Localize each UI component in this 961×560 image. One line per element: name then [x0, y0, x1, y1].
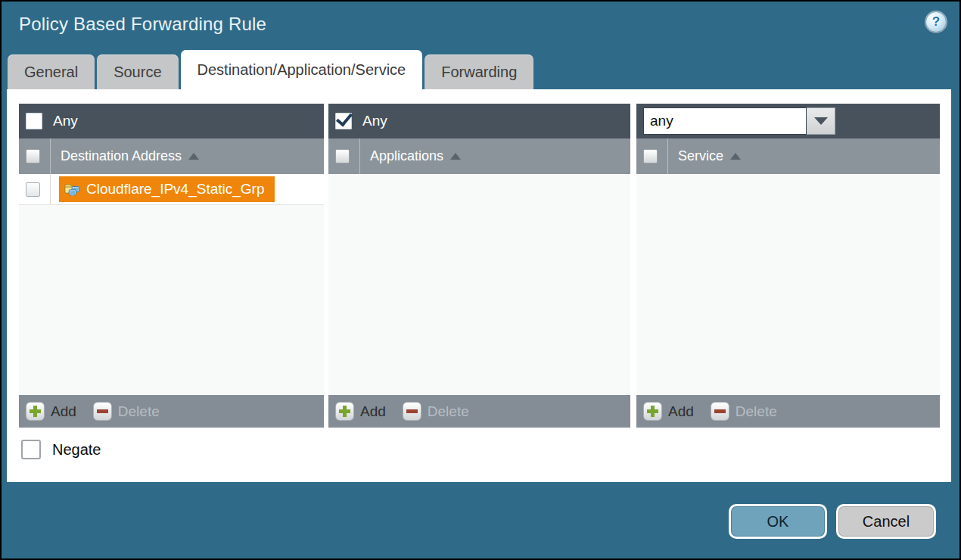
- applications-column-header: Applications: [328, 138, 630, 174]
- applications-list: [328, 174, 630, 395]
- ok-button[interactable]: OK: [729, 504, 827, 539]
- tab-bar: General Source Destination/Application/S…: [8, 50, 533, 89]
- applications-header-label[interactable]: Applications: [370, 148, 443, 164]
- applications-any-label: Any: [362, 113, 387, 129]
- applications-any-bar: Any: [328, 104, 630, 138]
- negate-label: Negate: [52, 441, 101, 459]
- delete-button[interactable]: Delete: [711, 402, 777, 421]
- applications-panel: Any Applications Add Delete: [328, 104, 630, 428]
- sort-ascending-icon[interactable]: [730, 153, 741, 160]
- applications-select-all-checkbox[interactable]: [335, 149, 350, 163]
- service-toolbar: Add Delete: [636, 395, 940, 428]
- destination-address-panel: Any Destination Address: [19, 104, 324, 428]
- minus-icon: [403, 402, 421, 421]
- tab-general[interactable]: General: [8, 54, 95, 89]
- destination-any-label: Any: [53, 113, 78, 129]
- tab-forwarding[interactable]: Forwarding: [425, 54, 533, 89]
- service-dropdown-bar: any: [636, 104, 940, 138]
- address-item-label: Cloudflare_IPv4_Static_Grp: [86, 181, 265, 198]
- plus-icon: [335, 402, 354, 421]
- destination-any-bar: Any: [19, 104, 324, 138]
- selected-address-item[interactable]: Cloudflare_IPv4_Static_Grp: [59, 176, 275, 202]
- sort-ascending-icon[interactable]: [450, 153, 461, 160]
- service-select-all-checkbox[interactable]: [643, 149, 658, 163]
- service-column-header: Service: [636, 138, 940, 174]
- help-glyph: ?: [932, 14, 940, 30]
- tab-content: Any Destination Address: [7, 89, 951, 482]
- help-icon[interactable]: ?: [926, 12, 946, 32]
- delete-button[interactable]: Delete: [403, 402, 469, 421]
- address-group-icon: [64, 182, 80, 197]
- tab-source[interactable]: Source: [97, 54, 178, 89]
- negate-row: Negate: [21, 440, 101, 459]
- cancel-button[interactable]: Cancel: [836, 504, 936, 539]
- destination-header-label[interactable]: Destination Address: [61, 148, 182, 164]
- delete-button[interactable]: Delete: [93, 402, 160, 421]
- service-panel: any Service Add Delete: [636, 104, 940, 428]
- service-dropdown[interactable]: any: [643, 107, 835, 135]
- add-button[interactable]: Add: [643, 402, 694, 421]
- add-button[interactable]: Add: [335, 402, 386, 421]
- applications-toolbar: Add Delete: [328, 395, 630, 428]
- destination-column-header: Destination Address: [19, 138, 324, 174]
- service-dropdown-value[interactable]: any: [643, 107, 807, 135]
- applications-any-checkbox[interactable]: [335, 113, 352, 129]
- dialog-title: Policy Based Forwarding Rule: [19, 14, 266, 35]
- plus-icon: [643, 402, 662, 421]
- policy-based-forwarding-dialog: Policy Based Forwarding Rule ? General S…: [0, 0, 961, 560]
- service-header-label[interactable]: Service: [678, 148, 723, 164]
- destination-address-list: Cloudflare_IPv4_Static_Grp: [19, 174, 324, 395]
- minus-icon: [93, 402, 112, 421]
- destination-any-checkbox[interactable]: [26, 113, 42, 129]
- sort-ascending-icon[interactable]: [188, 153, 199, 160]
- tab-destination-application-service[interactable]: Destination/Application/Service: [181, 50, 423, 89]
- row-checkbox[interactable]: [26, 182, 40, 197]
- list-item[interactable]: Cloudflare_IPv4_Static_Grp: [19, 174, 324, 205]
- negate-checkbox[interactable]: [21, 440, 41, 459]
- add-button[interactable]: Add: [26, 402, 76, 421]
- plus-icon: [26, 402, 45, 421]
- chevron-down-icon: [814, 117, 828, 125]
- destination-toolbar: Add Delete: [19, 395, 324, 428]
- destination-select-all-checkbox[interactable]: [26, 149, 40, 163]
- minus-icon: [711, 402, 729, 421]
- dropdown-button[interactable]: [807, 107, 835, 135]
- service-list: [636, 174, 940, 395]
